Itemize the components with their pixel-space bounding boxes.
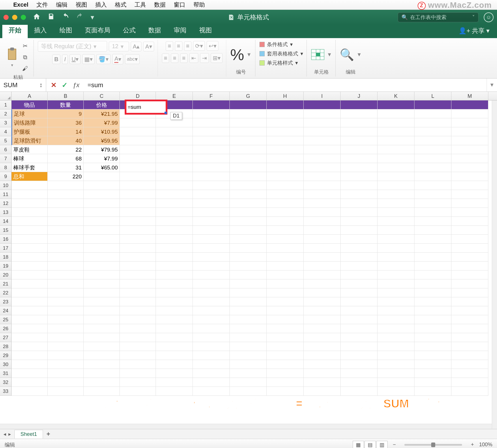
cell[interactable] <box>84 342 120 351</box>
cell[interactable] <box>378 351 414 360</box>
row-header[interactable]: 6 <box>0 145 12 154</box>
row-header[interactable]: 9 <box>0 172 12 181</box>
cell[interactable] <box>230 190 267 199</box>
cell[interactable] <box>84 208 120 217</box>
cell[interactable] <box>414 288 451 297</box>
cell[interactable] <box>451 351 488 360</box>
cell[interactable] <box>12 262 48 270</box>
cell[interactable] <box>451 172 488 181</box>
cell[interactable] <box>304 217 341 226</box>
cell[interactable]: 棒球手套 <box>12 163 48 172</box>
cell[interactable] <box>156 297 193 306</box>
cell[interactable]: 价格 <box>84 100 120 109</box>
cells-icon[interactable] <box>311 49 325 60</box>
cell[interactable] <box>304 127 341 136</box>
cell[interactable] <box>120 297 156 306</box>
cell[interactable] <box>341 279 378 288</box>
menu-data[interactable]: 数据 <box>154 1 166 9</box>
row-header[interactable]: 12 <box>0 199 12 208</box>
cell[interactable] <box>12 253 48 262</box>
cell[interactable] <box>378 244 414 253</box>
cell[interactable] <box>193 127 230 136</box>
percent-icon[interactable]: % <box>230 47 244 62</box>
cell[interactable]: 36 <box>48 118 84 127</box>
cell[interactable] <box>304 154 341 163</box>
cell[interactable] <box>341 387 378 396</box>
cell[interactable] <box>304 208 341 217</box>
cell[interactable] <box>451 217 488 226</box>
cell[interactable]: 足球防滑钉 <box>12 136 48 145</box>
cell[interactable] <box>230 244 267 253</box>
cell[interactable] <box>48 235 84 244</box>
cell[interactable]: 棒球 <box>12 154 48 163</box>
cell[interactable] <box>304 118 341 127</box>
cell-editor[interactable] <box>125 100 167 115</box>
cell[interactable] <box>304 387 341 396</box>
name-box[interactable]: SUM ▲▼ <box>0 79 46 92</box>
row-header[interactable]: 19 <box>0 262 12 270</box>
cell[interactable] <box>378 226 414 235</box>
cell[interactable] <box>378 163 414 172</box>
cell[interactable] <box>84 262 120 270</box>
cell[interactable] <box>341 253 378 262</box>
row-header[interactable]: 21 <box>0 279 12 288</box>
cell[interactable] <box>120 369 156 378</box>
cell[interactable] <box>120 226 156 235</box>
cell[interactable] <box>156 127 193 136</box>
cell[interactable] <box>120 172 156 181</box>
cell[interactable] <box>414 369 451 378</box>
cell[interactable] <box>12 369 48 378</box>
menu-view[interactable]: 视图 <box>76 1 87 9</box>
cell[interactable]: 数量 <box>48 100 84 109</box>
cell[interactable] <box>156 235 193 244</box>
cell[interactable] <box>230 109 267 118</box>
cell[interactable] <box>451 288 488 297</box>
cell[interactable]: 物品 <box>12 100 48 109</box>
namebox-stepper-icon[interactable]: ▲▼ <box>40 83 42 88</box>
sheet-nav-first-icon[interactable]: ◂ <box>3 431 6 437</box>
cell[interactable] <box>230 342 267 351</box>
cell[interactable] <box>267 100 304 109</box>
cell[interactable] <box>414 226 451 235</box>
row-header[interactable]: 8 <box>0 163 12 172</box>
col-header[interactable]: C <box>84 92 120 100</box>
cell[interactable] <box>304 360 341 369</box>
fx-icon[interactable]: ƒx <box>73 81 79 89</box>
cell[interactable] <box>84 378 120 387</box>
cell[interactable]: 足球 <box>12 109 48 118</box>
cell[interactable] <box>193 324 230 333</box>
col-header[interactable]: E <box>156 92 193 100</box>
cell[interactable] <box>378 279 414 288</box>
cell[interactable] <box>84 324 120 333</box>
cell[interactable] <box>304 279 341 288</box>
row-header[interactable]: 3 <box>0 118 12 127</box>
cell[interactable] <box>230 154 267 163</box>
maximize-icon[interactable] <box>21 15 26 20</box>
font-size-select[interactable]: 12▾ <box>109 42 129 51</box>
cell[interactable] <box>193 378 230 387</box>
menu-insert[interactable]: 插入 <box>95 1 107 9</box>
vertical-scrollbar[interactable] <box>492 100 497 429</box>
row-header[interactable]: 14 <box>0 217 12 226</box>
cell[interactable] <box>451 387 488 396</box>
cell[interactable] <box>378 253 414 262</box>
cell[interactable] <box>378 127 414 136</box>
cell[interactable] <box>48 244 84 253</box>
cut-icon[interactable]: ✂ <box>20 41 30 51</box>
col-header[interactable]: J <box>341 92 378 100</box>
cell[interactable] <box>414 315 451 324</box>
cell[interactable] <box>48 253 84 262</box>
cell[interactable] <box>341 333 378 342</box>
cell[interactable] <box>48 297 84 306</box>
cell[interactable] <box>414 208 451 217</box>
cell[interactable] <box>341 109 378 118</box>
increase-font-icon[interactable]: A▴ <box>131 42 141 51</box>
paste-icon[interactable] <box>6 47 18 61</box>
cell[interactable]: 40 <box>48 136 84 145</box>
cell[interactable] <box>414 387 451 396</box>
cell[interactable] <box>156 288 193 297</box>
cell[interactable] <box>378 190 414 199</box>
cell[interactable] <box>230 378 267 387</box>
row-header[interactable]: 29 <box>0 351 12 360</box>
cell[interactable] <box>84 190 120 199</box>
